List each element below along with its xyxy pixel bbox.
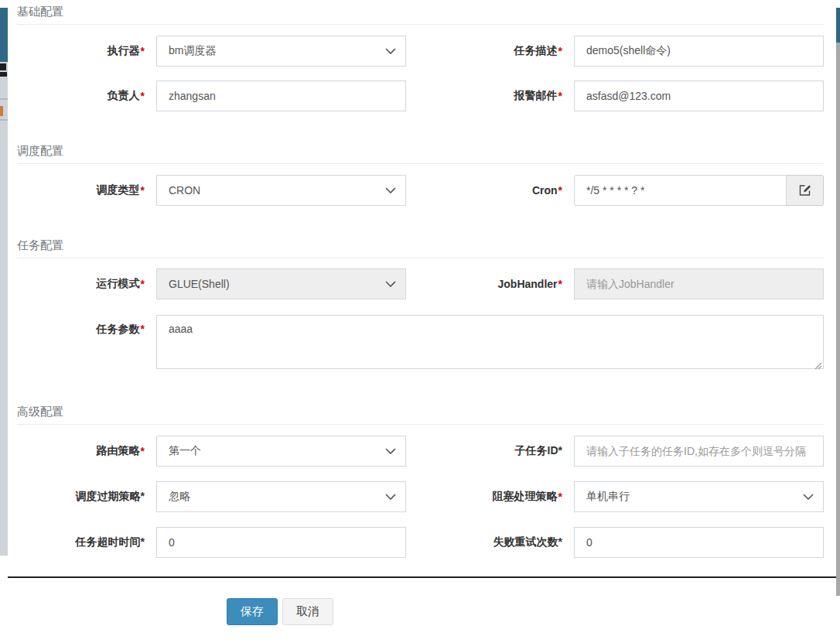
- job-handler-input[interactable]: [574, 268, 824, 299]
- required-asterisk: *: [558, 278, 562, 290]
- executor-label: 执行器*: [17, 36, 156, 67]
- section-title-schedule: 调度配置: [17, 144, 824, 164]
- form-row: 路由策略* 第一个 子任务ID*: [17, 436, 824, 467]
- block-strategy-label: 阻塞处理策略*: [406, 481, 574, 512]
- executor-select-value: bm调度器: [169, 44, 216, 58]
- alarm-email-label: 报警邮件*: [406, 80, 574, 111]
- right-edge-scrollbar[interactable]: [836, 43, 840, 596]
- chevron-down-icon: [385, 281, 396, 287]
- left-edge-gray-strip: [0, 62, 8, 556]
- left-edge-teal-block: [0, 8, 8, 62]
- fail-retry-input[interactable]: [574, 527, 824, 558]
- schedule-type-select-value: CRON: [169, 184, 200, 197]
- save-button[interactable]: 保存: [227, 598, 278, 625]
- job-param-textarea[interactable]: aaaa: [156, 315, 824, 369]
- owner-label: 负责人*: [17, 80, 156, 111]
- timeout-input[interactable]: [156, 527, 406, 558]
- block-strategy-select[interactable]: 单机串行: [574, 481, 824, 512]
- schedule-type-label: 调度类型*: [17, 175, 156, 206]
- required-asterisk: *: [141, 323, 145, 335]
- form-row: 运行模式* GLUE(Shell) JobHandler*: [17, 268, 824, 299]
- glue-type-label: 运行模式*: [17, 268, 156, 299]
- chevron-down-icon: [385, 187, 396, 193]
- child-jobid-label: 子任务ID*: [406, 436, 574, 467]
- required-asterisk: *: [141, 45, 145, 57]
- modal-footer: 保存 取消: [17, 598, 824, 625]
- misfire-strategy-label: 调度过期策略*: [17, 481, 156, 512]
- route-strategy-select-value: 第一个: [169, 444, 201, 458]
- child-jobid-input[interactable]: [574, 436, 824, 467]
- job-desc-input[interactable]: [574, 36, 824, 67]
- misfire-strategy-select[interactable]: 忽略: [156, 481, 406, 512]
- job-desc-label: 任务描述*: [406, 36, 574, 67]
- footer-divider: [8, 576, 836, 578]
- required-asterisk: *: [141, 90, 145, 102]
- chevron-down-icon: [385, 448, 396, 454]
- fail-retry-label: 失败重试次数*: [406, 527, 574, 558]
- job-edit-form: 基础配置 执行器* bm调度器 任务描述* 负责人* 报警邮件* 调度配置 调度…: [8, 0, 836, 643]
- left-edge-orange-fragment: [0, 106, 3, 116]
- left-edge-text-fragment: [0, 63, 6, 70]
- left-edge-divider-fragment: [0, 119, 8, 121]
- section-title-basic: 基础配置: [17, 5, 824, 25]
- cron-input-group: [574, 175, 824, 206]
- cron-input[interactable]: [574, 175, 787, 206]
- form-row: 调度过期策略* 忽略 阻塞处理策略* 单机串行: [17, 481, 824, 512]
- required-asterisk: *: [558, 45, 562, 57]
- job-param-label: 任务参数*: [17, 315, 156, 372]
- background-page-left-edge: [0, 0, 8, 643]
- form-row: 执行器* bm调度器 任务描述*: [17, 36, 824, 67]
- block-strategy-select-value: 单机串行: [586, 490, 630, 504]
- job-param-textarea-wrap: aaaa: [156, 315, 824, 372]
- misfire-strategy-select-value: 忽略: [169, 490, 190, 504]
- glue-type-select-value: GLUE(Shell): [169, 278, 230, 290]
- required-asterisk: *: [558, 184, 562, 197]
- form-row: 任务超时时间* 失败重试次数*: [17, 527, 824, 558]
- route-strategy-select[interactable]: 第一个: [156, 436, 406, 467]
- section-title-task: 任务配置: [17, 238, 824, 258]
- background-page-right-edge: [836, 0, 840, 643]
- job-edit-modal-page: 基础配置 执行器* bm调度器 任务描述* 负责人* 报警邮件* 调度配置 调度…: [0, 0, 840, 643]
- form-row: 调度类型* CRON Cron*: [17, 175, 824, 206]
- executor-select[interactable]: bm调度器: [156, 36, 406, 67]
- cron-label: Cron*: [406, 175, 574, 206]
- left-edge-text-fragment: [0, 72, 7, 77]
- form-row: 负责人* 报警邮件*: [17, 80, 824, 111]
- required-asterisk: *: [141, 445, 145, 457]
- cancel-button[interactable]: 取消: [282, 598, 333, 625]
- schedule-type-select[interactable]: CRON: [156, 175, 406, 206]
- required-asterisk: *: [141, 184, 145, 197]
- timeout-label: 任务超时时间*: [17, 527, 156, 558]
- pencil-square-icon: [798, 183, 812, 197]
- alarm-email-input[interactable]: [574, 80, 824, 111]
- route-strategy-label: 路由策略*: [17, 436, 156, 467]
- chevron-down-icon: [803, 494, 814, 500]
- cron-edit-button[interactable]: [786, 175, 824, 206]
- chevron-down-icon: [385, 494, 396, 500]
- right-edge-teal-block: [836, 8, 840, 43]
- glue-type-select[interactable]: GLUE(Shell): [156, 268, 406, 299]
- job-handler-label: JobHandler*: [406, 268, 574, 299]
- required-asterisk: *: [141, 278, 145, 290]
- required-asterisk: *: [558, 491, 562, 503]
- form-row: 任务参数* aaaa: [17, 315, 824, 372]
- section-title-advanced: 高级配置: [17, 405, 824, 425]
- required-asterisk: *: [558, 90, 562, 102]
- owner-input[interactable]: [156, 80, 406, 111]
- left-edge-divider-fragment: [0, 98, 8, 100]
- resize-grip-icon[interactable]: [814, 362, 822, 370]
- chevron-down-icon: [385, 48, 396, 54]
